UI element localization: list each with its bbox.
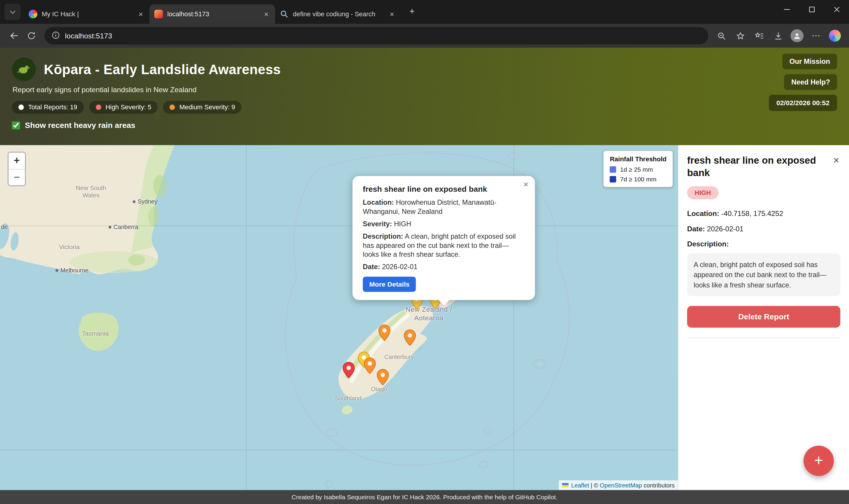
popup-date-value: 2026-02-01 bbox=[382, 263, 417, 271]
description-box: A clean, bright patch of exposed soil ha… bbox=[687, 253, 841, 296]
map-marker-medium[interactable] bbox=[364, 358, 376, 374]
close-window-button[interactable] bbox=[824, 0, 849, 18]
browser-window: My IC Hack | × localhost:5173 × define v… bbox=[0, 0, 849, 504]
need-help-button[interactable]: Need Help? bbox=[784, 74, 837, 90]
rain-toggle[interactable]: Show recent heavy rain areas bbox=[12, 121, 837, 129]
url-text: localhost:5173 bbox=[65, 32, 112, 40]
map-attribution: Leaflet | © OpenStreetMap contributors bbox=[559, 480, 678, 490]
footer-credit: Created by Isabella Sequeiros Egan for I… bbox=[292, 494, 557, 501]
popup-tip bbox=[438, 300, 450, 305]
header-stats: Total Reports: 19High Severity: 5Medium … bbox=[12, 101, 837, 114]
report-date-value: 2026-02-01 bbox=[707, 224, 743, 233]
popup-severity-label: Severity: bbox=[363, 220, 392, 228]
menu-ellipsis-icon[interactable] bbox=[807, 27, 825, 44]
popup-title: fresh shear line on exposed bank bbox=[363, 185, 525, 193]
stat-label: Total Reports: 19 bbox=[28, 103, 77, 111]
avatar bbox=[791, 29, 803, 42]
legend-label: 7d ≥ 100 mm bbox=[620, 176, 656, 183]
browser-tab-1[interactable]: My IC Hack | × bbox=[24, 4, 149, 24]
leaflet-map[interactable]: New South WalesVictoriaTasmaniaNew Zeala… bbox=[0, 145, 678, 490]
divider bbox=[687, 337, 841, 338]
pin-icon bbox=[378, 324, 391, 341]
zoom-out-button[interactable]: − bbox=[8, 169, 25, 185]
rainfall-legend: Rainfall Threshold 1d ≥ 25 mm7d ≥ 100 mm bbox=[603, 151, 673, 187]
zoom-search-icon[interactable] bbox=[712, 27, 730, 44]
back-button[interactable] bbox=[5, 27, 23, 44]
report-description-heading: Description: bbox=[687, 239, 841, 248]
tab-close-icon[interactable]: × bbox=[137, 10, 144, 18]
more-details-button[interactable]: More Details bbox=[363, 277, 416, 292]
popup-description-label: Description: bbox=[363, 232, 403, 240]
add-report-button[interactable]: + bbox=[803, 446, 834, 476]
tab3-favicon search-icon bbox=[280, 10, 289, 18]
tab-close-icon[interactable]: × bbox=[388, 10, 396, 18]
legend-title: Rainfall Threshold bbox=[610, 156, 666, 163]
popup-severity: Severity: HIGH bbox=[363, 220, 525, 229]
report-location: Location: -40.7158, 175.4252 bbox=[687, 210, 841, 217]
panel-close-icon[interactable]: × bbox=[832, 154, 841, 166]
our-mission-button[interactable]: Our Mission bbox=[782, 53, 837, 69]
stat-dot bbox=[169, 105, 175, 110]
attribution-contributors: contributors bbox=[644, 482, 674, 488]
toolbar-icons bbox=[712, 27, 844, 44]
stat-badge: Total Reports: 19 bbox=[12, 101, 84, 114]
report-description-label: Description: bbox=[687, 239, 729, 248]
browser-tab-bar: My IC Hack | × localhost:5173 × define v… bbox=[0, 0, 849, 24]
zoom-control: + − bbox=[8, 151, 26, 186]
popup-close-icon[interactable]: × bbox=[523, 180, 528, 190]
map-marker-medium[interactable] bbox=[403, 329, 416, 346]
map-marker-high[interactable] bbox=[342, 362, 355, 378]
report-date-label: Date: bbox=[687, 224, 705, 233]
popup-severity-value: HIGH bbox=[394, 220, 412, 228]
map-marker-medium[interactable] bbox=[377, 369, 389, 385]
leaflet-link[interactable]: Leaflet bbox=[571, 482, 589, 488]
page-subtitle: Report early signs of potential landslid… bbox=[13, 86, 837, 94]
rain-toggle-label: Show recent heavy rain areas bbox=[25, 121, 135, 129]
zoom-in-button[interactable]: + bbox=[8, 153, 25, 169]
maximize-button[interactable] bbox=[799, 0, 824, 18]
page-title: Kōpara - Early Landslide Awareness bbox=[44, 61, 281, 77]
kopara-bird-logo bbox=[12, 57, 36, 81]
rainfall-legend-items: 1d ≥ 25 mm7d ≥ 100 mm bbox=[610, 166, 666, 183]
address-bar[interactable]: localhost:5173 bbox=[44, 27, 708, 44]
ukraine-flag-icon bbox=[562, 483, 568, 487]
delete-report-button[interactable]: Delete Report bbox=[687, 306, 841, 328]
browser-tab-3[interactable]: define vibe codiung - Search × bbox=[275, 4, 401, 24]
report-title: fresh shear line on exposed bank bbox=[687, 154, 820, 179]
tab-search-button[interactable] bbox=[4, 4, 21, 20]
popup-location: Location: Horowhenua District, Manawatū-… bbox=[363, 198, 525, 217]
popup-date-label: Date: bbox=[363, 263, 380, 271]
popup-date: Date: 2026-02-01 bbox=[363, 263, 525, 272]
stat-badge: High Severity: 5 bbox=[89, 101, 158, 114]
browser-toolbar: localhost:5173 bbox=[0, 24, 849, 48]
window-controls bbox=[774, 0, 849, 18]
report-detail-panel: fresh shear line on exposed bank × HIGH … bbox=[678, 145, 849, 490]
pin-icon bbox=[403, 329, 416, 346]
site-info-icon[interactable] bbox=[51, 31, 60, 41]
stat-dot bbox=[96, 105, 101, 110]
browser-tab-2-active[interactable]: localhost:5173 × bbox=[149, 4, 275, 24]
minimize-button[interactable] bbox=[774, 0, 799, 18]
stat-dot bbox=[18, 105, 24, 110]
favorite-star-icon[interactable] bbox=[731, 27, 749, 44]
new-tab-button[interactable]: + bbox=[404, 4, 420, 20]
favorites-bar-icon[interactable] bbox=[750, 27, 768, 44]
osm-link[interactable]: OpenStreetMap bbox=[600, 482, 642, 488]
stat-label: High Severity: 5 bbox=[106, 103, 151, 111]
copilot-icon[interactable] bbox=[826, 27, 844, 44]
report-location-label: Location: bbox=[687, 210, 719, 217]
map-popup: × fresh shear line on exposed bank Locat… bbox=[353, 176, 535, 300]
report-date: Date: 2026-02-01 bbox=[687, 224, 841, 233]
refresh-button[interactable] bbox=[23, 27, 40, 44]
attribution-divider: | bbox=[591, 482, 592, 488]
app-header: Kōpara - Early Landslide Awareness Repor… bbox=[0, 48, 849, 145]
rain-toggle-checkbox[interactable] bbox=[12, 121, 20, 129]
legend-item: 7d ≥ 100 mm bbox=[610, 176, 666, 183]
tab-title: define vibe codiung - Search bbox=[293, 10, 384, 18]
tab-title: localhost:5173 bbox=[167, 10, 258, 18]
severity-badge: HIGH bbox=[687, 186, 719, 199]
profile-avatar[interactable] bbox=[789, 27, 806, 44]
tab-close-icon[interactable]: × bbox=[263, 10, 270, 18]
downloads-icon[interactable] bbox=[770, 27, 787, 44]
map-marker-medium[interactable] bbox=[378, 324, 391, 341]
